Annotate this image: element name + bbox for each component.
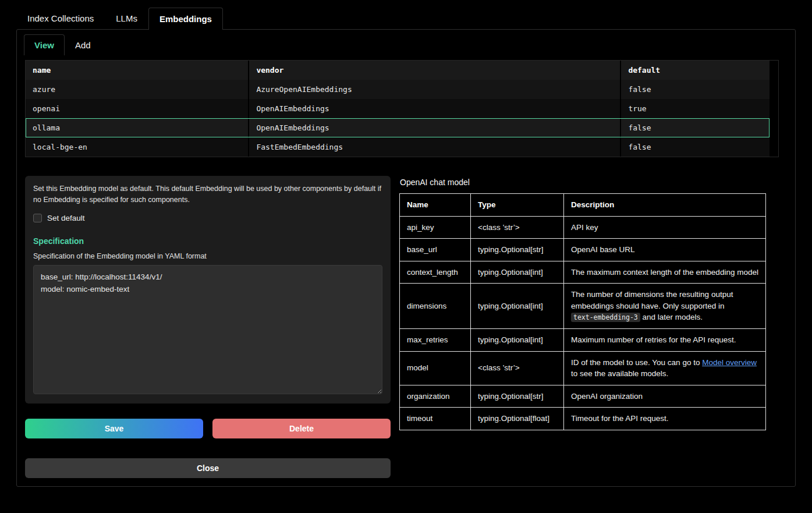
main-tab-bar: Index Collections LLMs Embeddings (16, 7, 796, 29)
doc-text: and later models. (640, 313, 703, 321)
embedding-cell-name: azure (26, 80, 249, 99)
doc-row-context_length: context_lengthtyping.Optional[int]The ma… (400, 261, 766, 284)
tab-embeddings[interactable]: Embeddings (148, 8, 223, 30)
model-overview-link[interactable]: Model overview (702, 358, 757, 367)
sub-tab-bar: View Add (24, 34, 780, 55)
specification-subtitle: Specification of the Embedding model in … (33, 252, 382, 260)
yaml-spec-textarea[interactable]: base_url: http://localhost:11434/v1/ mod… (33, 265, 382, 394)
doc-row-api_key: api_key<class ’str’>API key (400, 216, 766, 239)
doc-column: OpenAI chat model Name Type Description … (399, 176, 766, 430)
doc-column-header-description: Description (564, 194, 766, 217)
embedding-cell-name: openai (26, 99, 249, 118)
doc-column-header-type: Type (471, 194, 564, 217)
embedding-row-local-bge-en[interactable]: local-bge-enFastEmbedEmbeddingsfalse (26, 137, 770, 157)
embedding-cell-default: false (620, 80, 770, 99)
doc-cell-name: dimensions (400, 284, 471, 329)
embedding-cell-name: ollama (26, 118, 249, 137)
doc-cell-type: typing.Optional[float] (471, 408, 564, 430)
doc-table: Name Type Description api_key<class ’str… (399, 193, 766, 430)
edit-column: Set this Embedding model as default. Thi… (25, 176, 391, 478)
doc-table-header: Name Type Description (400, 194, 766, 217)
set-default-checkbox-row[interactable]: Set default (33, 214, 85, 222)
embedding-cell-default: false (620, 137, 770, 157)
set-default-checkbox[interactable] (33, 214, 42, 222)
doc-cell-description: The number of dimensions the resulting o… (564, 284, 766, 329)
doc-cell-name: context_length (400, 261, 471, 284)
column-header-vendor: vendor (249, 61, 620, 80)
default-description: Set this Embedding model as default. Thi… (33, 183, 382, 206)
doc-panel-title: OpenAI chat model (400, 178, 766, 187)
doc-row-model: model<class ’str’>ID of the model to use… (400, 351, 766, 385)
doc-cell-description: API key (564, 216, 766, 239)
doc-cell-name: timeout (400, 408, 471, 430)
embeddings-panel: View Add name vendor default azureAzureO… (16, 29, 796, 487)
doc-cell-name: api_key (400, 216, 471, 239)
tab-view[interactable]: View (24, 34, 65, 55)
tab-index-collections[interactable]: Index Collections (16, 7, 105, 29)
embedding-row-azure[interactable]: azureAzureOpenAIEmbeddingsfalse (26, 80, 770, 99)
inline-code: text-embedding-3 (571, 313, 640, 322)
doc-column-header-name: Name (400, 194, 471, 217)
doc-cell-type: typing.Optional[int] (471, 284, 564, 329)
doc-cell-type: <class ’str’> (471, 351, 564, 385)
doc-row-base_url: base_urltyping.Optional[str]OpenAI base … (400, 239, 766, 261)
doc-cell-name: organization (400, 385, 471, 408)
doc-cell-description: OpenAI base URL (564, 239, 766, 261)
doc-cell-type: typing.Optional[int] (471, 261, 564, 284)
embeddings-table: name vendor default azureAzureOpenAIEmbe… (26, 61, 770, 157)
doc-row-dimensions: dimensionstyping.Optional[int]The number… (400, 284, 766, 329)
embedding-cell-vendor: FastEmbedEmbeddings (249, 137, 620, 157)
doc-text: ID of the model to use. You can go to (571, 358, 702, 367)
doc-cell-type: typing.Optional[str] (471, 385, 564, 408)
doc-cell-name: model (400, 351, 471, 385)
set-default-label: Set default (47, 214, 85, 222)
tab-llms[interactable]: LLMs (105, 7, 148, 29)
delete-button[interactable]: Delete (212, 419, 391, 438)
embedding-cell-vendor: AzureOpenAIEmbeddings (249, 80, 620, 99)
default-settings-panel: Set this Embedding model as default. Thi… (25, 176, 391, 404)
doc-cell-description: Timeout for the API request. (564, 408, 766, 430)
embedding-cell-name: local-bge-en (26, 137, 249, 157)
embeddings-table-header: name vendor default (26, 61, 770, 80)
doc-row-timeout: timeouttyping.Optional[float]Timeout for… (400, 408, 766, 430)
detail-area: Set this Embedding model as default. Thi… (24, 176, 780, 478)
specification-heading: Specification (33, 236, 382, 246)
doc-cell-description: OpenAI organization (564, 385, 766, 408)
doc-cell-description: Maximum number of retries for the API re… (564, 328, 766, 351)
doc-cell-name: max_retries (400, 328, 471, 351)
doc-cell-type: <class ’str’> (471, 216, 564, 239)
doc-text: to see the available models. (571, 369, 668, 378)
embedding-cell-vendor: OpenAIEmbeddings (249, 99, 620, 118)
embedding-cell-default: false (620, 118, 770, 137)
column-header-default: default (620, 61, 770, 80)
tab-add[interactable]: Add (65, 34, 101, 55)
doc-row-max_retries: max_retriestyping.Optional[int]Maximum n… (400, 328, 766, 351)
action-button-row: Save Delete (25, 419, 391, 438)
doc-text: The number of dimensions the resulting o… (571, 290, 733, 310)
embedding-row-ollama[interactable]: ollamaOpenAIEmbeddingsfalse (26, 118, 770, 137)
close-button[interactable]: Close (25, 458, 391, 478)
column-header-name: name (26, 61, 249, 80)
embedding-cell-default: true (620, 99, 770, 118)
doc-cell-type: typing.Optional[int] (471, 328, 564, 351)
save-button[interactable]: Save (25, 419, 203, 438)
embedding-cell-vendor: OpenAIEmbeddings (249, 118, 620, 137)
doc-cell-type: typing.Optional[str] (471, 239, 564, 261)
doc-row-organization: organizationtyping.Optional[str]OpenAI o… (400, 385, 766, 408)
doc-cell-description: ID of the model to use. You can go to Mo… (564, 351, 766, 385)
doc-cell-name: base_url (400, 239, 471, 261)
embedding-row-openai[interactable]: openaiOpenAIEmbeddingstrue (26, 99, 770, 118)
doc-cell-description: The maximum context length of the embedd… (564, 261, 766, 284)
page: Index Collections LLMs Embeddings View A… (0, 0, 812, 487)
embeddings-table-card: name vendor default azureAzureOpenAIEmbe… (25, 60, 779, 157)
